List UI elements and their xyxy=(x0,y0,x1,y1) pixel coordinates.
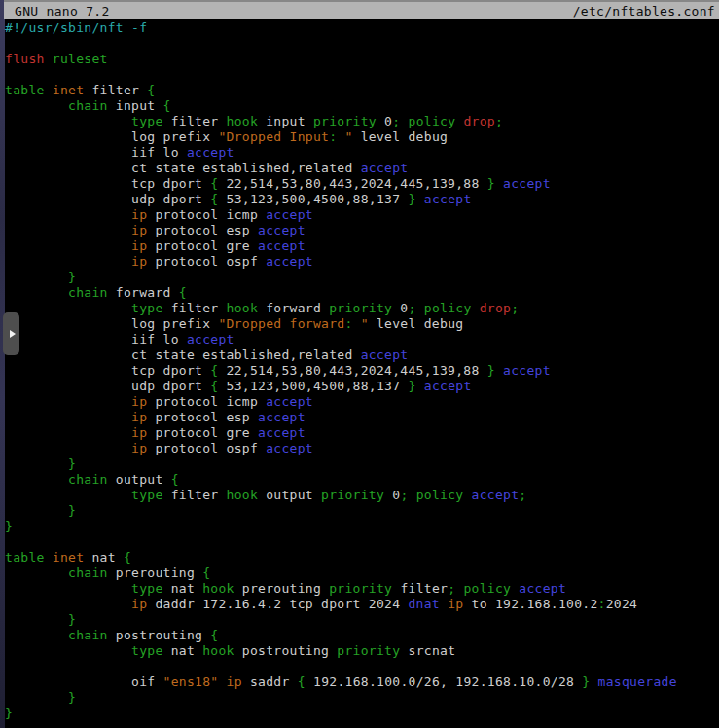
code-line: chain prerouting { xyxy=(5,565,719,581)
code-line: flush ruleset xyxy=(5,52,719,67)
code-line: log prefix "Dropped forward: " level deb… xyxy=(5,316,719,332)
code-line: type nat hook prerouting priority filter… xyxy=(5,581,719,597)
code-line: type filter hook output priority 0; poli… xyxy=(5,488,719,503)
code-line: ip protocol ospf accept xyxy=(5,254,719,270)
code-line: ip protocol ospf accept xyxy=(5,441,719,456)
code-line: ct state established,related accept xyxy=(5,161,719,176)
terminal-screen: GNU nano 7.2 /etc/nftables.conf #!/usr/s… xyxy=(0,0,719,728)
code-line: type nat hook postrouting priority srcna… xyxy=(5,643,719,659)
code-line: chain input { xyxy=(5,98,719,114)
code-line xyxy=(5,36,719,52)
code-line: } xyxy=(5,519,719,534)
code-line: type filter hook input priority 0; polic… xyxy=(5,114,719,129)
code-line: ip protocol esp accept xyxy=(5,223,719,238)
code-line: tcp dport { 22,514,53,80,443,2024,445,13… xyxy=(5,176,719,192)
code-line: iif lo accept xyxy=(5,145,719,161)
code-line: } xyxy=(5,690,719,706)
code-line: chain output { xyxy=(5,472,719,488)
code-line: log prefix "Dropped Input: " level debug xyxy=(5,129,719,145)
code-line: #!/usr/sbin/nft -f xyxy=(5,20,719,36)
code-line: } xyxy=(5,270,719,285)
code-line: ip protocol icmp accept xyxy=(5,394,719,410)
code-line: table inet filter { xyxy=(5,83,719,98)
code-line: oif "ens18" ip saddr { 192.168.100.0/26,… xyxy=(5,674,719,690)
code-line xyxy=(5,534,719,550)
sidebar-toggle-button[interactable] xyxy=(3,312,19,355)
code-line: } xyxy=(5,706,719,721)
code-line: ip protocol icmp accept xyxy=(5,207,719,223)
code-line: udp dport { 53,123,500,4500,88,137 } acc… xyxy=(5,192,719,207)
code-line: ct state established,related accept xyxy=(5,347,719,363)
file-path: /etc/nftables.conf xyxy=(573,4,715,18)
code-line: } xyxy=(5,612,719,628)
code-line: } xyxy=(5,503,719,519)
code-line xyxy=(5,67,719,83)
code-line: chain postrouting { xyxy=(5,628,719,643)
nano-titlebar: GNU nano 7.2 /etc/nftables.conf xyxy=(4,0,719,19)
code-line: udp dport { 53,123,500,4500,88,137 } acc… xyxy=(5,379,719,394)
code-line: ip daddr 172.16.4.2 tcp dport 2024 dnat … xyxy=(5,597,719,612)
code-line: chain forward { xyxy=(5,285,719,301)
arrow-right-icon xyxy=(10,330,16,338)
editor-content[interactable]: #!/usr/sbin/nft -f flush ruleset table i… xyxy=(5,19,719,728)
code-line: ip protocol gre accept xyxy=(5,425,719,441)
code-line xyxy=(5,659,719,674)
app-title: GNU nano 7.2 xyxy=(15,4,110,18)
code-line: } xyxy=(5,456,719,472)
code-line: tcp dport { 22,514,53,80,443,2024,445,13… xyxy=(5,363,719,379)
code-line: ip protocol gre accept xyxy=(5,238,719,254)
code-line: table inet nat { xyxy=(5,550,719,565)
code-line: ip protocol esp accept xyxy=(5,410,719,425)
code-line: type filter hook forward priority 0; pol… xyxy=(5,301,719,316)
code-line: iif lo accept xyxy=(5,332,719,347)
